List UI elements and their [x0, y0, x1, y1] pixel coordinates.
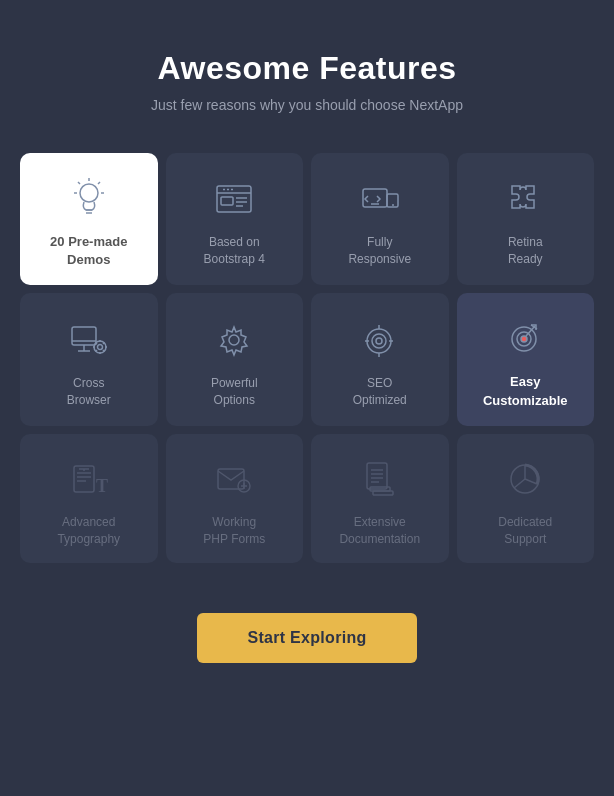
svg-point-0: [80, 184, 98, 202]
svg-rect-13: [221, 197, 233, 205]
svg-point-45: [521, 336, 527, 342]
docs-label: ExtensiveDocumentation: [339, 514, 420, 548]
feature-card-powerful[interactable]: PowerfulOptions: [166, 293, 304, 425]
bulb-icon: [64, 173, 114, 223]
chart-icon: [500, 454, 550, 504]
page-subtitle: Just few reasons why you should choose N…: [151, 97, 463, 113]
feature-card-seo[interactable]: SEOOptimized: [311, 293, 449, 425]
powerful-label: PowerfulOptions: [211, 375, 258, 409]
svg-point-37: [372, 334, 386, 348]
svg-line-33: [95, 350, 97, 352]
browser-icon: [209, 174, 259, 224]
start-exploring-button[interactable]: Start Exploring: [197, 613, 416, 663]
svg-rect-21: [72, 327, 96, 345]
seo-label: SEOOptimized: [353, 375, 407, 409]
svg-point-35: [229, 335, 239, 345]
easy-label: EasyCustomizable: [483, 373, 568, 409]
page-title: Awesome Features: [157, 50, 456, 87]
bootstrap-label: Based onBootstrap 4: [204, 234, 265, 268]
svg-point-36: [367, 329, 391, 353]
target-icon: [355, 315, 405, 365]
puzzle-icon: [500, 174, 550, 224]
envelope-icon: [209, 454, 259, 504]
feature-card-retina[interactable]: RetinaReady: [457, 153, 595, 285]
svg-point-26: [97, 344, 102, 349]
feature-card-demos[interactable]: 20 Pre-madeDemos: [20, 153, 158, 285]
monitor-icon: [64, 315, 114, 365]
svg-line-4: [78, 182, 80, 184]
features-grid: 20 Pre-madeDemos Based onBootstrap 4: [20, 153, 594, 563]
svg-line-34: [103, 342, 105, 344]
feature-card-responsive[interactable]: FullyResponsive: [311, 153, 449, 285]
demos-label: 20 Pre-madeDemos: [50, 233, 127, 269]
gear-icon: [209, 315, 259, 365]
feature-card-typography[interactable]: T AdvancedTypography: [20, 434, 158, 564]
svg-rect-55: [218, 469, 244, 489]
typography-icon: T: [64, 454, 114, 504]
svg-rect-8: [217, 186, 251, 212]
feature-card-bootstrap[interactable]: Based onBootstrap 4: [166, 153, 304, 285]
svg-point-38: [376, 338, 382, 344]
crossbrowser-label: CrossBrowser: [67, 375, 111, 409]
responsive-icon: [355, 174, 405, 224]
svg-text:T: T: [96, 476, 108, 496]
retina-label: RetinaReady: [508, 234, 543, 268]
support-label: DedicatedSupport: [498, 514, 552, 548]
feature-card-docs[interactable]: ExtensiveDocumentation: [311, 434, 449, 564]
feature-card-easy[interactable]: EasyCustomizable: [457, 293, 595, 425]
svg-rect-65: [373, 491, 393, 495]
responsive-label: FullyResponsive: [348, 234, 411, 268]
svg-line-5: [98, 182, 100, 184]
typography-label: AdvancedTypography: [57, 514, 120, 548]
document-icon: [355, 454, 405, 504]
phpforms-label: WorkingPHP Forms: [203, 514, 265, 548]
svg-line-31: [95, 342, 97, 344]
feature-card-support[interactable]: DedicatedSupport: [457, 434, 595, 564]
feature-card-crossbrowser[interactable]: CrossBrowser: [20, 293, 158, 425]
target-red-icon: [500, 313, 550, 363]
svg-line-32: [103, 350, 105, 352]
svg-rect-59: [367, 463, 387, 489]
feature-card-phpforms[interactable]: WorkingPHP Forms: [166, 434, 304, 564]
